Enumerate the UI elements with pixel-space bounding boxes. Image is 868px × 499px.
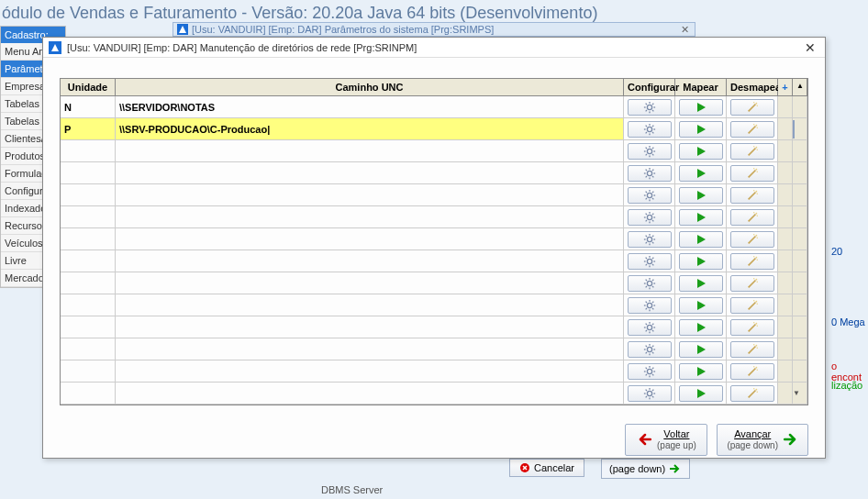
scroll-up-arrow[interactable]: ▲	[793, 79, 807, 95]
configure-button[interactable]	[628, 363, 672, 380]
scrollbar-thumb[interactable]	[793, 120, 795, 139]
column-header-unidade[interactable]: Unidade	[61, 79, 116, 95]
unidade-input[interactable]	[64, 212, 111, 223]
unmap-button[interactable]	[730, 275, 774, 292]
unidade-input[interactable]	[64, 322, 111, 333]
unc-path-input[interactable]	[119, 212, 619, 223]
unc-path-input[interactable]	[119, 102, 619, 113]
map-button[interactable]	[679, 209, 723, 226]
unc-path-input[interactable]	[119, 124, 619, 135]
close-icon[interactable]: ✕	[678, 24, 691, 36]
unidade-input[interactable]	[64, 102, 111, 113]
column-header-mapear[interactable]: Mapear	[675, 79, 727, 95]
unmap-button[interactable]	[730, 385, 774, 402]
back-button[interactable]: Voltar (page up)	[625, 424, 707, 456]
close-icon[interactable]: ✕	[801, 40, 819, 55]
unmap-button[interactable]	[730, 363, 774, 380]
map-button[interactable]	[679, 165, 723, 182]
configure-button[interactable]	[628, 297, 672, 314]
configure-button[interactable]	[628, 341, 672, 358]
unmap-button[interactable]	[730, 231, 774, 248]
unc-path-input[interactable]	[119, 278, 619, 289]
table-row[interactable]	[61, 294, 807, 316]
table-row[interactable]	[61, 96, 807, 118]
map-button[interactable]	[679, 253, 723, 270]
map-button[interactable]	[679, 297, 723, 314]
table-row[interactable]	[61, 338, 807, 360]
unc-path-input[interactable]	[119, 300, 619, 311]
table-row[interactable]	[61, 184, 807, 206]
table-row[interactable]	[61, 228, 807, 250]
unidade-input[interactable]	[64, 146, 111, 157]
table-row[interactable]: ▼	[61, 383, 807, 405]
unidade-input[interactable]	[64, 234, 111, 245]
unmap-button[interactable]	[730, 253, 774, 270]
table-row[interactable]	[61, 140, 807, 162]
column-header-unc[interactable]: Caminho UNC	[116, 79, 624, 95]
unc-path-input[interactable]	[119, 190, 619, 201]
map-button[interactable]	[679, 99, 723, 116]
configure-button[interactable]	[628, 99, 672, 116]
map-button[interactable]	[679, 187, 723, 204]
svg-line-124	[652, 308, 653, 309]
table-row[interactable]	[61, 118, 807, 140]
unidade-input[interactable]	[64, 388, 111, 399]
add-row-button[interactable]: +	[778, 79, 793, 95]
table-row[interactable]	[61, 272, 807, 294]
configure-button[interactable]	[628, 319, 672, 336]
configure-button[interactable]	[628, 187, 672, 204]
unidade-input[interactable]	[64, 124, 111, 135]
unmap-button[interactable]	[730, 165, 774, 182]
unmap-button[interactable]	[730, 187, 774, 204]
configure-button[interactable]	[628, 143, 672, 160]
unidade-input[interactable]	[64, 366, 111, 377]
table-row[interactable]	[61, 250, 807, 272]
unmap-button[interactable]	[730, 121, 774, 138]
table-row[interactable]	[61, 316, 807, 338]
map-button[interactable]	[679, 341, 723, 358]
map-button[interactable]	[679, 143, 723, 160]
unmap-button[interactable]	[730, 341, 774, 358]
unidade-input[interactable]	[64, 300, 111, 311]
map-button[interactable]	[679, 275, 723, 292]
unmap-button[interactable]	[730, 209, 774, 226]
table-row[interactable]	[61, 206, 807, 228]
unmap-button[interactable]	[730, 99, 774, 116]
table-row[interactable]	[61, 360, 807, 383]
configure-button[interactable]	[628, 121, 672, 138]
unc-path-input[interactable]	[119, 366, 619, 377]
configure-button[interactable]	[628, 209, 672, 226]
unmap-button[interactable]	[730, 297, 774, 314]
unidade-input[interactable]	[64, 256, 111, 267]
map-button[interactable]	[679, 121, 723, 138]
configure-button[interactable]	[628, 253, 672, 270]
unidade-input[interactable]	[64, 344, 111, 355]
unmap-button[interactable]	[730, 319, 774, 336]
bg-fragment: 0 Mega	[831, 316, 865, 327]
unc-path-input[interactable]	[119, 168, 619, 179]
unmap-button[interactable]	[730, 143, 774, 160]
configure-button[interactable]	[628, 385, 672, 402]
unc-path-input[interactable]	[119, 388, 619, 399]
unidade-input[interactable]	[64, 190, 111, 201]
map-button[interactable]	[679, 231, 723, 248]
configure-button[interactable]	[628, 231, 672, 248]
configure-button[interactable]	[628, 275, 672, 292]
map-button[interactable]	[679, 363, 723, 380]
unc-path-input[interactable]	[119, 146, 619, 157]
unc-path-input[interactable]	[119, 322, 619, 333]
unidade-input[interactable]	[64, 278, 111, 289]
column-header-desmapear[interactable]: Desmapear	[727, 79, 778, 95]
next-button[interactable]: Avançar (page down)	[717, 424, 808, 456]
unc-path-input[interactable]	[119, 256, 619, 267]
scroll-down-arrow[interactable]: ▼	[793, 383, 807, 404]
column-header-configurar[interactable]: Configurar	[624, 79, 675, 95]
unc-path-input[interactable]	[119, 344, 619, 355]
scrollbar-track[interactable]	[793, 96, 807, 117]
unc-path-input[interactable]	[119, 234, 619, 245]
table-row[interactable]	[61, 162, 807, 184]
unidade-input[interactable]	[64, 168, 111, 179]
map-button[interactable]	[679, 319, 723, 336]
configure-button[interactable]	[628, 165, 672, 182]
map-button[interactable]	[679, 385, 723, 402]
